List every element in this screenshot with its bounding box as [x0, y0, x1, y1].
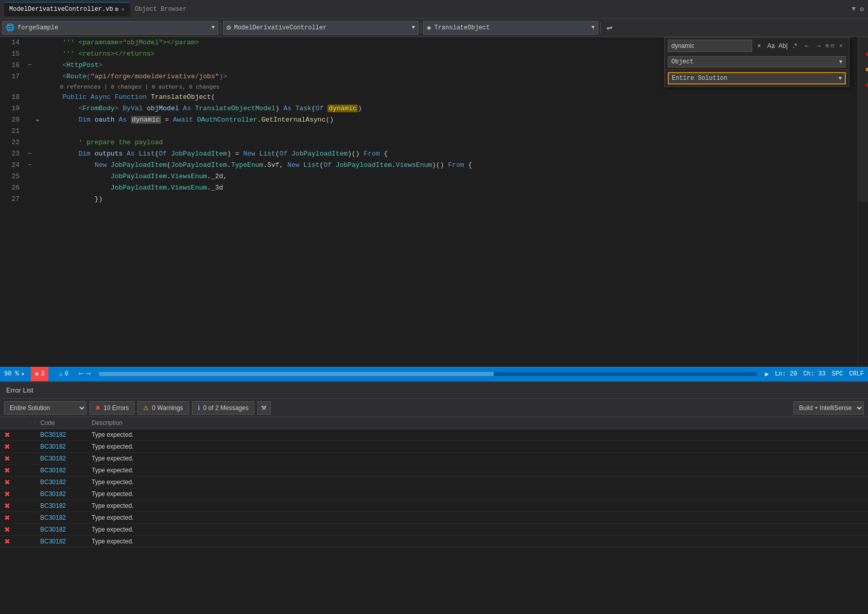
- line-num-26: 26: [0, 182, 26, 194]
- nav-forward-btn[interactable]: →: [86, 369, 91, 379]
- overflow-icon[interactable]: ▼: [852, 5, 856, 13]
- line-num-17: 17: [0, 71, 26, 82]
- model-icon: ⚙: [227, 23, 231, 32]
- model-label: ModelDerivativeController: [234, 24, 326, 31]
- table-row[interactable]: ✖ BC30182 Type expected.: [0, 453, 868, 465]
- table-row[interactable]: ✖ BC30182 Type expected.: [0, 476, 868, 488]
- filter-icon-btn[interactable]: ⚒: [257, 401, 271, 415]
- find-widget: × Aa Ab| .* ← → ⊞ ⊟ × Object ▼ Entire So…: [664, 37, 849, 87]
- error-count-btn[interactable]: ✖ 10 Errors: [90, 401, 134, 415]
- settings-icon[interactable]: ⚙: [860, 5, 864, 13]
- row-code: BC30182: [40, 502, 92, 509]
- zoom-label: 90 %: [4, 370, 19, 378]
- row-error-icon: ✖: [4, 478, 25, 486]
- tab-obj-label: Object Browser: [135, 6, 187, 13]
- code-editor[interactable]: 14 ''' <paramname="objModel"></param> 15…: [0, 37, 858, 367]
- error-panel: Error List Entire Solution Current Proje…: [0, 381, 868, 614]
- find-prev-icon[interactable]: ←: [802, 40, 812, 52]
- fold-24[interactable]: −: [26, 160, 34, 171]
- row-error-icon: ✖: [4, 514, 25, 522]
- table-row[interactable]: ✖ BC30182 Type expected.: [0, 524, 868, 536]
- find-icon-2: ⊟: [831, 43, 834, 49]
- find-scope-dropdown[interactable]: Entire Solution ▼: [668, 72, 846, 84]
- forge-label: forgeSample: [18, 24, 58, 31]
- status-bar: 90 % ▾ ✖ 3 ⚠ 0 ← → ▶ Ln: 20 Ch: 33 SPC C…: [0, 367, 868, 381]
- error-status[interactable]: ✖ 3: [31, 367, 48, 381]
- code-26: JobPayloadItem.ViewsEnum._3d: [44, 182, 858, 194]
- forge-arrow: ▼: [212, 25, 215, 30]
- line-num-21: 21: [0, 126, 26, 137]
- table-row[interactable]: ✖ BC30182 Type expected.: [0, 488, 868, 500]
- error-table-header: ⋮⋮ Code Description: [0, 417, 868, 429]
- nav-sep-3: [600, 23, 601, 33]
- row-desc: Type expected.: [92, 514, 864, 521]
- warning-count: 0: [65, 370, 68, 378]
- row-error-icon: ✖: [4, 490, 25, 498]
- model-arrow: ▼: [412, 25, 415, 30]
- model-dropdown[interactable]: ⚙ ModelDerivativeController ▼: [223, 21, 419, 35]
- nav-arrows: ← →: [79, 369, 91, 379]
- find-match-case-btn[interactable]: Aa: [766, 40, 776, 52]
- col-header-num: ⋮⋮: [25, 419, 40, 427]
- code-23: Dim outputs As List(Of JobPayloadItem) =…: [44, 148, 858, 160]
- tab-object-browser[interactable]: Object Browser: [130, 2, 192, 16]
- find-type-row: Object ▼: [665, 54, 849, 70]
- row-code: BC30182: [40, 431, 92, 438]
- find-type-select[interactable]: Object ▼: [668, 56, 846, 67]
- row-desc: Type expected.: [92, 490, 864, 498]
- code-25: JobPayloadItem.ViewsEnum._2d,: [44, 171, 858, 182]
- tab-pin-icon: ⊞: [115, 6, 118, 12]
- main-area: 14 ''' <paramname="objModel"></param> 15…: [0, 37, 868, 367]
- col-header-desc[interactable]: Description: [92, 419, 864, 427]
- table-row[interactable]: ✖ BC30182 Type expected.: [0, 429, 868, 441]
- scroll-bar[interactable]: [99, 372, 757, 376]
- table-row: 26 JobPayloadItem.ViewsEnum._3d: [0, 182, 858, 194]
- warning-status[interactable]: ⚠ 0: [55, 367, 72, 381]
- find-next-icon[interactable]: →: [814, 40, 824, 52]
- nav-btn-right[interactable]: ⇌: [603, 21, 616, 35]
- find-input[interactable]: [668, 40, 752, 52]
- nav-back-btn[interactable]: ←: [79, 369, 84, 379]
- fold-23[interactable]: −: [26, 148, 34, 160]
- table-row[interactable]: ✖ BC30182 Type expected.: [0, 512, 868, 524]
- row-code: BC30182: [40, 490, 92, 498]
- table-row[interactable]: ✖ BC30182 Type expected.: [0, 441, 868, 453]
- find-scope-label: Entire Solution: [672, 75, 727, 82]
- error-scope-select[interactable]: Entire Solution Current Project Current …: [4, 401, 86, 415]
- row-error-icon: ✖: [4, 502, 25, 510]
- line-num-18: 18: [0, 92, 26, 103]
- find-match-word-btn[interactable]: Ab|: [778, 40, 788, 52]
- status-right: Ln: 20 Ch: 33 SPC CRLF: [775, 370, 864, 378]
- line-num-23: 23: [0, 148, 26, 160]
- find-regex-btn[interactable]: .*: [790, 40, 800, 52]
- warning-filter-icon: ⚠: [143, 404, 149, 412]
- error-icon: ✖: [35, 370, 39, 378]
- row-error-icon: ✖: [4, 454, 25, 463]
- forge-dropdown[interactable]: 🌐 forgeSample ▼: [2, 21, 218, 35]
- tab-vb-close[interactable]: ✕: [121, 6, 125, 12]
- tab-vb[interactable]: ModelDerivativeController.vb ⊞ ✕: [4, 2, 130, 16]
- error-count-label: 10 Errors: [103, 404, 129, 412]
- line-num-19: 19: [0, 103, 26, 114]
- error-filter-icon: ✖: [95, 404, 100, 412]
- warning-count-label: 0 Warnings: [152, 404, 183, 412]
- warning-count-btn[interactable]: ⚠ 0 Warnings: [137, 401, 188, 415]
- error-build-select[interactable]: Build + IntelliSense Build Only IntelliS…: [793, 401, 864, 415]
- translate-dropdown[interactable]: ◈ TranslateObject ▼: [423, 21, 598, 35]
- find-clear-btn[interactable]: ×: [754, 40, 764, 52]
- message-count-btn[interactable]: ℹ 0 of 2 Messages: [192, 401, 254, 415]
- error-count: 3: [41, 370, 44, 378]
- row-desc: Type expected.: [92, 467, 864, 474]
- table-row[interactable]: ✖ BC30182 Type expected.: [0, 500, 868, 512]
- find-close-btn[interactable]: ×: [836, 40, 846, 52]
- zoom-control[interactable]: 90 % ▾: [4, 370, 25, 378]
- table-row[interactable]: ✖ BC30182 Type expected.: [0, 536, 868, 548]
- find-row-2: Entire Solution ▼: [665, 70, 849, 87]
- fold-16[interactable]: −: [26, 60, 34, 71]
- scroll-right-arrow[interactable]: ▶: [765, 370, 769, 378]
- find-type-label: Object: [671, 58, 693, 65]
- table-row[interactable]: ✖ BC30182 Type expected.: [0, 465, 868, 476]
- col-header-icon: [4, 419, 25, 427]
- row-desc: Type expected.: [92, 538, 864, 545]
- col-header-code[interactable]: Code: [40, 419, 92, 427]
